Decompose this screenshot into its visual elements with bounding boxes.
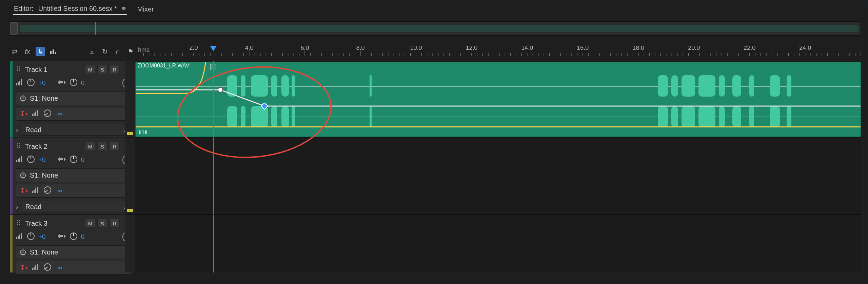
drag-handle-icon[interactable]: ⠿: [16, 142, 21, 150]
eq-icon[interactable]: [48, 47, 58, 56]
send-value[interactable]: -∞: [56, 110, 62, 118]
send-route-icon[interactable]: ↧•: [20, 110, 28, 118]
svg-rect-188: [37, 264, 38, 270]
power-icon[interactable]: ⏻: [20, 248, 26, 256]
pan-value[interactable]: 0: [81, 156, 85, 164]
playhead-line[interactable]: [213, 138, 214, 215]
pan-icon: [57, 79, 66, 87]
svg-rect-177: [18, 236, 19, 239]
power-icon[interactable]: ⏻: [20, 171, 26, 179]
expand-automation-icon[interactable]: ›: [16, 126, 18, 134]
svg-text:14.0: 14.0: [521, 46, 533, 51]
pan-icon: [57, 233, 66, 241]
pan-knob-icon[interactable]: [70, 232, 78, 242]
volume-value[interactable]: +0: [38, 156, 46, 164]
fx-slot[interactable]: ⏻ S1: None ›: [16, 245, 132, 259]
mute-button[interactable]: M: [85, 219, 95, 228]
track-color-strip[interactable]: [10, 61, 13, 138]
inputs-outputs-icon[interactable]: ⇄: [10, 47, 19, 56]
automation-mode-select[interactable]: Read ⌄: [22, 124, 132, 136]
ruler-ticks: 2.04.06.08.010.012.014.016.018.020.022.0…: [138, 46, 861, 56]
send-slot[interactable]: ↧• -∞: [16, 184, 132, 198]
pan-value[interactable]: 0: [81, 233, 85, 241]
send-knob-icon[interactable]: [43, 109, 52, 119]
tab-editor[interactable]: Editor: Untitled Session 60.sesx * ≡: [13, 3, 127, 15]
send-route-icon[interactable]: ↧•: [20, 187, 28, 195]
svg-rect-0: [50, 51, 52, 54]
overview-left-handle[interactable]: [10, 22, 18, 35]
svg-rect-170: [32, 191, 33, 193]
volume-knob-icon[interactable]: [27, 78, 35, 88]
playhead-flag[interactable]: [210, 46, 217, 51]
volume-value[interactable]: +0: [38, 79, 46, 87]
metronome-icon[interactable]: ▵: [87, 47, 97, 56]
solo-button[interactable]: S: [97, 65, 107, 74]
pan-knob-icon[interactable]: [70, 155, 78, 165]
track-name[interactable]: Track 1: [25, 66, 81, 74]
send-knob-icon[interactable]: [43, 186, 52, 196]
track-1: ⠿ Track 1 M S R I +0: [10, 61, 861, 138]
svg-text:12.0: 12.0: [466, 46, 477, 51]
svg-rect-162: [18, 159, 19, 162]
sends-icon[interactable]: ↳: [36, 47, 45, 56]
panel-menu-icon[interactable]: ≡: [122, 5, 126, 13]
svg-rect-149: [21, 79, 22, 85]
svg-rect-1: [53, 49, 54, 54]
arm-record-button[interactable]: R: [110, 142, 120, 151]
track-name[interactable]: Track 2: [25, 143, 81, 150]
volume-meter-icon: [16, 79, 23, 87]
arm-record-button[interactable]: R: [110, 219, 120, 228]
solo-button[interactable]: S: [97, 219, 107, 228]
timeline-overview[interactable]: [9, 21, 861, 36]
track-name[interactable]: Track 3: [25, 220, 81, 227]
power-icon[interactable]: ⏻: [20, 95, 26, 102]
drag-handle-icon[interactable]: ⠿: [16, 219, 21, 227]
drag-handle-icon[interactable]: ⠿: [16, 65, 21, 74]
svg-rect-157: [35, 111, 36, 116]
marker-icon[interactable]: ⚑: [126, 47, 135, 56]
snapping-icon[interactable]: ∩: [113, 47, 122, 56]
volume-knob-icon[interactable]: [27, 155, 35, 165]
volume-value[interactable]: +0: [38, 233, 46, 241]
track-color-strip[interactable]: [10, 215, 13, 272]
audio-clip[interactable]: ZOOM0031_LR.WAV: [135, 62, 861, 137]
volume-automation-line-lower[interactable]: [136, 126, 861, 127]
send-slot[interactable]: ↧• -∞: [16, 261, 132, 275]
track-color-strip[interactable]: [10, 138, 13, 215]
playhead-line[interactable]: [213, 215, 214, 272]
arm-record-button[interactable]: R: [110, 65, 120, 74]
mute-button[interactable]: M: [85, 142, 95, 151]
svg-rect-176: [16, 237, 17, 239]
send-value[interactable]: -∞: [56, 187, 62, 195]
loop-icon[interactable]: ↻: [100, 47, 110, 56]
pan-automation-line[interactable]: [136, 62, 237, 137]
track-meter: [125, 138, 135, 215]
automation-mode-select[interactable]: Read ⌄: [22, 201, 132, 212]
send-knob-icon[interactable]: [43, 263, 52, 273]
send-route-icon[interactable]: ↧•: [20, 264, 28, 272]
pan-value[interactable]: 0: [81, 79, 85, 87]
solo-button[interactable]: S: [97, 142, 107, 151]
svg-rect-146: [16, 83, 17, 85]
svg-rect-163: [19, 158, 20, 162]
tab-editor-prefix: Editor:: [14, 5, 34, 13]
send-slot[interactable]: ↧• -∞: [16, 107, 132, 121]
overview-playhead[interactable]: [95, 22, 96, 35]
pan-knob-icon[interactable]: [70, 78, 78, 88]
svg-rect-187: [35, 265, 36, 270]
fx-slot[interactable]: ⏻ S1: None ›: [16, 168, 132, 182]
automation-keyframe[interactable]: [218, 87, 223, 93]
expand-automation-icon[interactable]: ›: [16, 203, 18, 211]
send-value[interactable]: -∞: [56, 264, 62, 271]
track-lane[interactable]: [135, 215, 861, 272]
mute-button[interactable]: M: [85, 65, 95, 74]
fx-icon[interactable]: fx: [23, 47, 32, 56]
track-lane[interactable]: ZOOM0031_LR.WAV: [135, 61, 861, 138]
time-ruler[interactable]: hms 2.04.06.08.010.012.014.016.018.020.0…: [138, 46, 861, 56]
svg-rect-185: [32, 268, 33, 270]
playhead-line[interactable]: [213, 61, 214, 138]
tab-mixer[interactable]: Mixer: [137, 4, 155, 15]
track-lane[interactable]: [135, 138, 861, 215]
volume-knob-icon[interactable]: [27, 232, 35, 242]
fx-slot[interactable]: ⏻ S1: None ›: [16, 92, 132, 105]
